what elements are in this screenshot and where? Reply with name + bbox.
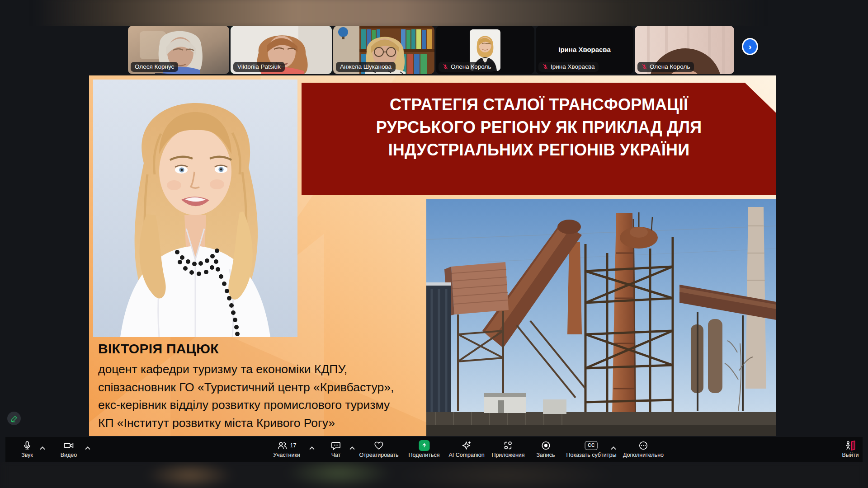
speaker-credential-line: екс-керівник відділу розвитку промислово… [98,396,433,414]
apps-button[interactable]: Приложения [491,439,524,458]
apps-icon [503,441,513,450]
ai-companion-sparkle-icon [461,440,472,451]
participant-name: Олеся Корнус [135,63,174,70]
participant-name-label: Олеся Корнус [131,62,178,72]
chevron-right-icon: › [749,42,752,51]
share-screen-button[interactable]: Поделиться [408,439,439,458]
participant-name-label: Олена Король [637,62,694,72]
mic-icon [22,441,32,450]
chat-button[interactable]: Чат [331,439,341,458]
react-button[interactable]: Отреагировать [359,439,398,458]
participant-name: Ірина Хвораєва [551,63,594,70]
industrial-plant-photo [426,199,776,436]
audio-options-caret[interactable] [40,444,45,452]
speaker-credential-line: доцент кафедри туризму та економіки КДПУ… [98,361,433,379]
participant-name: Анжела Шуканова [340,63,392,70]
slide-title-line: РУРСЬКОГО РЕГІОНУ ЯК ПРИКЛАД ДЛЯ [302,116,776,139]
participant-name: Олена Король [451,63,491,70]
record-button[interactable]: Запись [536,439,555,458]
captions-button[interactable]: CC Показать субтитры [566,439,617,458]
video-tile-anzhela-shukanova[interactable]: Анжела Шуканова [333,26,434,74]
next-participants-page-button[interactable]: › [742,38,758,55]
speaker-credentials-block: ВІКТОРІЯ ПАЦЮК доцент кафедри туризму та… [98,341,433,432]
video-tile-iryna-khvoraieva-camera-off[interactable]: Ірина Хвораєва Ірина Хвораєва [536,26,633,74]
bottom-blur-band [0,462,868,488]
slide-title-line: СТРАТЕГІЯ СТАЛОЇ ТРАНСФОРМАЦІЇ [302,94,776,116]
slide-title-line: ІНДУСТРІАЛЬНИХ РЕГІОНІВ УКРАЇНИ [302,139,776,161]
participant-name-label: Viktoriia Patsiuk [233,62,285,72]
video-options-caret[interactable] [85,444,90,452]
video-tile-olena-korol-avatar[interactable]: Олена Король [436,26,534,74]
video-tile-olena-korol-video[interactable]: Олена Король [635,26,734,74]
record-icon [541,441,551,450]
speaker-name: ВІКТОРІЯ ПАЦЮК [98,341,433,357]
mic-muted-icon [443,64,448,70]
more-ellipsis-icon [638,441,648,450]
participant-name: Олена Король [650,63,690,70]
video-tile-viktoriia-patsiuk-active-speaker[interactable]: Viktoriia Patsiuk [231,26,332,74]
video-camera-icon [63,441,75,450]
speaker-credential-line: співзасновник ГО «Туристичний центр «Кри… [98,379,433,397]
mic-muted-icon [542,64,548,70]
chat-options-caret[interactable] [349,444,355,452]
leave-door-icon [844,440,856,451]
participant-name-label: Анжела Шуканова [336,62,396,72]
participant-display-name: Ірина Хвораєва [536,46,633,53]
captions-options-caret[interactable] [611,444,616,452]
chat-icon [331,441,341,450]
mic-muted-icon [642,64,647,70]
participants-options-caret[interactable] [309,444,315,452]
audio-button[interactable]: Звук [21,439,33,458]
annotate-button[interactable] [7,412,21,425]
participant-name-label: Олена Король [439,62,495,72]
video-button[interactable]: Видео [61,439,77,458]
speaker-credential-line: КП «Інститут розвитку міста Кривого Рогу… [98,414,433,432]
participants-count-badge: 17 [290,442,297,449]
more-button[interactable]: Дополнительно [623,439,664,458]
meeting-toolbar: Звук Видео 17 Участники [5,437,863,462]
speaker-portrait-photo [93,80,297,337]
top-blur-band [0,0,868,26]
slide-title-banner: СТРАТЕГІЯ СТАЛОЇ ТРАНСФОРМАЦІЇ РУРСЬКОГО… [302,83,776,195]
share-screen-icon [419,440,429,451]
shared-screen-slide: СТРАТЕГІЯ СТАЛОЇ ТРАНСФОРМАЦІЇ РУРСЬКОГО… [89,75,776,436]
leave-meeting-button[interactable]: Выйти [842,439,859,458]
participant-name-label: Ірина Хвораєва [538,62,599,72]
pencil-icon [10,415,18,422]
cc-icon: CC [585,441,598,450]
ai-companion-button[interactable]: AI Companion [448,439,484,458]
heart-icon [373,441,384,450]
video-tile-olesya-kornus[interactable]: Олеся Корнус [128,26,229,74]
participants-button[interactable]: 17 Участники [273,439,300,458]
participants-icon [277,441,288,450]
participant-name: Viktoriia Patsiuk [237,63,281,70]
